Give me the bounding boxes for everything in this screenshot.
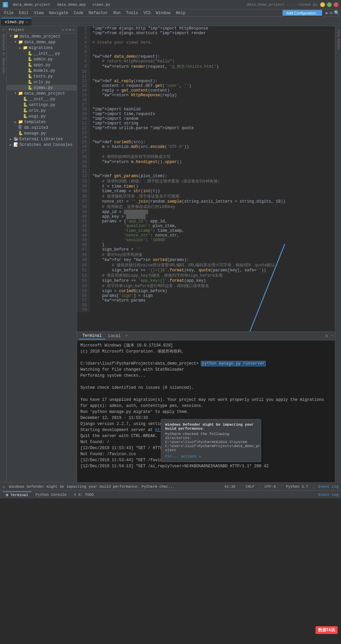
file-tab-views-py[interactable]: views.py ✕ xyxy=(1,18,31,26)
tree-item-models-py[interactable]: 🐍 models.py xyxy=(7,68,77,73)
code-line: 2"imp">from django.shortcuts "imp">impor… xyxy=(77,31,335,36)
menu-vcs[interactable]: VCS xyxy=(141,10,153,16)
line-number: 24 xyxy=(77,135,90,140)
tree-item-migrations[interactable]: ▶ 📁 migrations xyxy=(7,45,77,51)
tree-item-label: data_demo_project xyxy=(24,91,65,96)
terminal-settings-icon[interactable]: ⚙ xyxy=(326,333,328,338)
maximize-button[interactable] xyxy=(327,2,332,7)
tree-item-label: data_demo_project xyxy=(19,34,60,39)
title-tab-project[interactable]: data_demo_project xyxy=(10,2,53,7)
line-number: 37 xyxy=(77,199,90,204)
title-tab-views[interactable]: views.py xyxy=(90,2,113,7)
sidebar-header-icons: ↻ ⚙ ⊞ ✕ xyxy=(62,28,75,32)
tab-local[interactable]: Local xyxy=(105,333,124,339)
code-editor[interactable]: 1"imp">from django.http "imp">import Htt… xyxy=(77,26,335,331)
line-number: 51 xyxy=(77,268,90,273)
terminal-line: Microsoft Windows [版本 10.0.17134.829] xyxy=(80,342,332,348)
tree-item-label: manage.py xyxy=(24,131,46,136)
tree-item-label: templates xyxy=(24,120,46,124)
tree-item---init---py[interactable]: 🐍 __init__.py xyxy=(7,96,77,102)
menu-code[interactable]: Code xyxy=(71,10,86,16)
tree-item-urls-py[interactable]: 🐍 urls.py xyxy=(7,108,77,113)
menu-tools[interactable]: Tools xyxy=(123,10,141,16)
tree-item-data-demo-project[interactable]: ▼ 📁 data_demo_project xyxy=(7,91,77,96)
code-line: 11 xyxy=(77,74,335,79)
tree-item-db-sqlite3[interactable]: 🗄 db.sqlite3 xyxy=(7,125,77,130)
terminal-minimize-icon[interactable]: − xyxy=(331,333,333,338)
tree-file-icon: 📁 xyxy=(18,91,23,96)
minimize-button[interactable] xyxy=(320,2,325,7)
menu-navigate[interactable]: Navigate xyxy=(46,10,71,16)
gear-icon[interactable]: ⚙ xyxy=(65,28,68,32)
line-content: m = hashlib.md5(src.encode('UTF-8')) xyxy=(90,145,335,149)
close-button[interactable] xyxy=(334,2,338,7)
tree-item-External-Libraries[interactable]: ▶ 📚 External Libraries xyxy=(7,136,77,142)
bottom-tab-todo[interactable]: ≡ 6: TODO xyxy=(70,492,97,497)
close-tab-icon[interactable]: ✕ xyxy=(26,20,28,24)
favorites-icon[interactable]: 2: Favorites xyxy=(1,51,6,75)
notification-actions-link[interactable]: Actions ▾ xyxy=(181,454,201,459)
tree-item-urls-py[interactable]: 🐍 urls.py xyxy=(7,79,77,85)
terminal-line xyxy=(80,379,332,385)
terminal-tab-bar: Terminal Local + ⚙ − xyxy=(77,332,335,340)
tree-item-admin-py[interactable]: 🐍 admin.py xyxy=(7,56,77,62)
line-content: 'time_stamp': time_stamp, xyxy=(90,228,335,233)
code-line: 10 xyxy=(77,69,335,74)
menu-window[interactable]: Window xyxy=(153,10,173,16)
expand-icon[interactable]: ⊞ xyxy=(69,28,71,32)
tree-item-manage-py[interactable]: 🐍 manage.py xyxy=(7,130,77,136)
event-log-link[interactable]: Event Log xyxy=(319,485,338,489)
tree-item-templates[interactable]: ▶ 📁 templates xyxy=(7,119,77,125)
tree-item-Scratches-and-Consoles[interactable]: ▶ 📝 Scratches and Consoles xyxy=(7,142,77,148)
terminal-tab-label: ⊞ Terminal xyxy=(6,493,28,497)
tree-arrow-icon: ▼ xyxy=(8,35,13,38)
line-number: 58 xyxy=(77,303,90,308)
code-line: 44 'nonce_str': nonce_str, xyxy=(77,233,335,238)
line-number: 34 xyxy=(77,184,90,189)
tree-item-apps-py[interactable]: 🐍 apps.py xyxy=(7,62,77,68)
tree-file-icon: 🐍 xyxy=(27,74,33,79)
structure-icon[interactable]: 1: Structure xyxy=(1,28,6,51)
menu-refactor[interactable]: Refactor xyxy=(86,10,111,16)
notification-fix-link[interactable]: Fix... xyxy=(165,454,179,459)
line-number: 40 xyxy=(77,214,90,219)
close-sidebar-icon[interactable]: ✕ xyxy=(72,28,75,32)
title-tab-app[interactable]: data_demo_app xyxy=(54,2,88,7)
menu-file[interactable]: File xyxy=(1,10,16,16)
terminal-line: You have 17 unapplied migration(s). Your… xyxy=(80,397,332,409)
line-content: # 应用标志，这里修改成自己的id和key xyxy=(90,204,335,210)
code-line: 33 # 请求时间戳（秒级），用于防止请求重放（保证签名5分钟有效） xyxy=(77,178,335,184)
bottom-tab-python-console[interactable]: Python Console xyxy=(32,492,70,497)
line-number: 53 xyxy=(77,278,90,283)
add-terminal-button[interactable]: + xyxy=(125,334,128,338)
tree-item-data-demo-app[interactable]: ▼ 📁 data_demo_app xyxy=(7,39,77,45)
tree-item-wsgi-py[interactable]: 🐍 wsgi.py xyxy=(7,113,77,119)
event-log-bottom[interactable]: Event Log xyxy=(319,493,338,497)
menu-help[interactable]: Help xyxy=(173,10,188,16)
code-line: 5 xyxy=(77,45,335,50)
add-configuration-button[interactable]: Add Configuration... xyxy=(282,10,323,16)
line-content: content = request.GET.get('user', '') xyxy=(90,84,335,88)
menu-view[interactable]: View xyxy=(31,10,47,16)
code-line: 50 # 键值拼接过程value部分要要URL编码，URL编码算法用大写字母，例… xyxy=(77,262,335,268)
menu-run[interactable]: Run xyxy=(111,10,123,16)
tree-item-data-demo-project[interactable]: ▼ 📁 data_demo_project xyxy=(7,34,77,39)
terminal-line: (c) 2018 Microsoft Corporation. 保留所有权利。 xyxy=(80,348,332,355)
line-number: 12 xyxy=(77,79,90,84)
code-line: 21"imp">import string xyxy=(77,121,335,126)
line-number: 13 xyxy=(77,84,90,88)
watermark-logo: 数据TA说 xyxy=(316,626,338,634)
right-tab-jira[interactable]: Jira Panels xyxy=(336,28,341,51)
line-content xyxy=(90,303,335,308)
tree-item---init---py[interactable]: 🐍 __init__.py xyxy=(7,51,77,56)
line-content xyxy=(90,74,335,79)
tab-terminal[interactable]: Terminal xyxy=(79,333,105,339)
tree-item-tests-py[interactable]: 🐍 tests.py xyxy=(7,73,77,79)
bottom-tab-terminal[interactable]: ⊞ Terminal xyxy=(3,491,31,498)
line-number: 42 xyxy=(77,224,90,228)
tree-item-settings-py[interactable]: 🐍 settings.py xyxy=(7,102,77,108)
menu-edit[interactable]: Edit xyxy=(16,10,31,16)
tree-item-views-py[interactable]: 🐍 views.py xyxy=(7,85,77,91)
sync-icon[interactable]: ↻ xyxy=(62,28,64,32)
line-number: 27 xyxy=(77,149,90,154)
